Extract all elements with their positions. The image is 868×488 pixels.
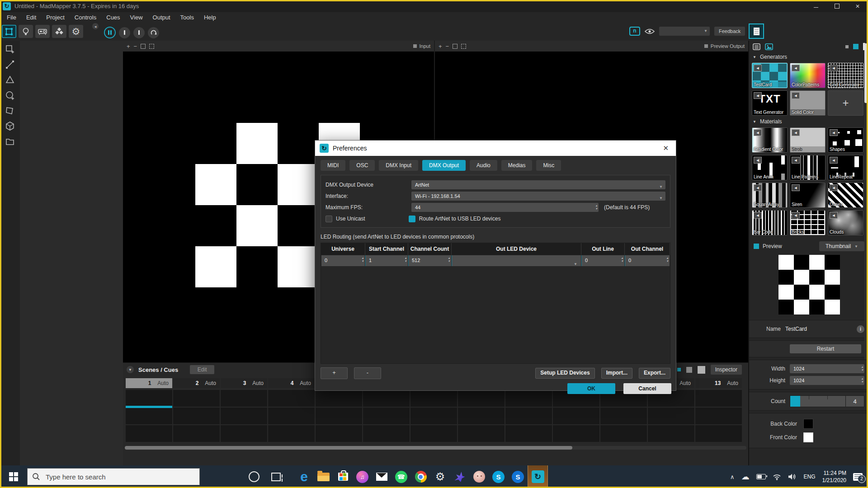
scenes-collapse-button[interactable]: ▼ [127, 366, 134, 373]
add-mask-icon[interactable] [5, 106, 15, 116]
scene-cell[interactable] [505, 425, 552, 442]
scrollbar-thumb[interactable] [125, 446, 572, 450]
route-cell-out-led-device[interactable]: ▼ [452, 255, 581, 266]
height-field[interactable]: 1024 ▴▾ [790, 376, 864, 385]
selection-mode-icon[interactable] [461, 44, 466, 49]
dmx-output-device-dropdown[interactable]: ArtNet ▼ [411, 180, 665, 189]
scene-column-1[interactable]: 1Auto [126, 378, 172, 388]
inspector-button[interactable]: Inspector [711, 365, 742, 375]
generator-tile-text-generator[interactable]: ◀TXTText Generator [752, 90, 788, 116]
scene-cell[interactable] [695, 390, 742, 407]
menu-file[interactable]: File [2, 14, 21, 21]
cell-size-large-icon[interactable] [698, 366, 705, 374]
3d-object-icon[interactable] [5, 121, 15, 131]
scene-cell[interactable] [600, 425, 647, 442]
spinner-icon[interactable]: ▴▾ [595, 204, 597, 210]
info-icon[interactable]: i [857, 325, 864, 333]
back-arrow-icon[interactable]: ◀ [754, 129, 762, 136]
speaker-icon[interactable] [788, 473, 797, 480]
zoom-in-icon[interactable]: + [439, 43, 442, 49]
count-slider[interactable]: 4 [790, 395, 864, 407]
pause-button[interactable] [104, 27, 116, 38]
fit-view-icon[interactable] [141, 44, 146, 49]
scene-cell[interactable] [268, 390, 315, 407]
generator-tile-solid-color[interactable]: ◀Solid Color [790, 90, 826, 116]
add-generator-tile[interactable]: + [828, 90, 863, 116]
scenes-tool-button[interactable] [52, 25, 66, 38]
menu-output[interactable]: Output [148, 14, 175, 21]
thumbnail-view-icon[interactable] [765, 43, 773, 50]
output-preset-dropdown[interactable]: ▼ [659, 27, 710, 36]
taskbar-store[interactable] [333, 465, 353, 488]
taskbar-twitter[interactable] [450, 465, 469, 488]
preview-enabled-icon[interactable] [754, 244, 759, 249]
menu-tools[interactable]: Tools [175, 14, 199, 21]
task-view-icon[interactable] [271, 473, 281, 481]
zoom-in-icon[interactable]: + [127, 43, 130, 49]
scene-cell[interactable] [126, 408, 172, 424]
route-cell-channel-count[interactable]: 512▴▾ [408, 255, 451, 266]
front-color-swatch[interactable] [803, 432, 813, 442]
maximum-fps-field[interactable]: 44 ▴▾ [411, 203, 599, 212]
taskbar-edge[interactable]: e [294, 465, 314, 488]
taskbar-madmapper-active[interactable]: ↻ [528, 465, 548, 488]
minimize-button[interactable] [806, 0, 826, 12]
search-input[interactable] [45, 473, 173, 481]
spinner-icon[interactable]: ▴▾ [861, 377, 863, 383]
menu-view[interactable]: View [125, 14, 148, 21]
generators-section-header[interactable]: ▼ Generators [749, 52, 868, 61]
material-tile-siren[interactable]: ◀Siren [790, 183, 826, 208]
spinner-icon[interactable]: ▴▾ [362, 256, 363, 263]
scene-column-4[interactable]: 4Auto [268, 378, 315, 388]
taskbar-mail[interactable] [372, 465, 392, 488]
taskbar-skype-business[interactable]: S [508, 465, 528, 488]
cell-size-small-icon[interactable] [677, 368, 681, 371]
scene-cell[interactable] [316, 425, 362, 442]
back-arrow-icon[interactable]: ◀ [792, 129, 800, 136]
pref-tab-dmx-output[interactable]: DMX Output [422, 160, 466, 171]
scene-cell[interactable] [410, 425, 457, 442]
scene-cell[interactable] [221, 425, 267, 442]
add-group-icon[interactable] [5, 136, 15, 146]
add-route-button[interactable]: + [321, 367, 348, 379]
scrollbar-thumb[interactable] [864, 43, 868, 103]
cell-size-medium-icon[interactable] [686, 367, 692, 373]
back-arrow-icon[interactable]: ◀ [830, 129, 838, 136]
spinner-icon[interactable]: ▴▾ [861, 365, 863, 371]
menu-cues[interactable]: Cues [101, 14, 125, 21]
taskbar-chrome[interactable] [411, 465, 430, 488]
back-arrow-icon[interactable]: ◀ [792, 157, 800, 164]
scene-cell[interactable] [410, 408, 457, 424]
material-tile-shapes[interactable]: ◀Shapes [828, 127, 863, 153]
taskbar-skype[interactable]: S [489, 465, 508, 488]
route-cell-universe[interactable]: 0▴▾ [321, 255, 365, 266]
scene-cell[interactable] [458, 425, 505, 442]
scene-cell[interactable] [505, 408, 552, 424]
cancel-button[interactable]: Cancel [623, 383, 671, 394]
list-view-icon[interactable] [753, 43, 760, 50]
materials-section-header[interactable]: ▼ Materials [749, 117, 868, 126]
scene-cell[interactable] [221, 390, 267, 407]
scene-cell[interactable] [553, 425, 599, 442]
wifi-icon[interactable] [773, 474, 781, 480]
route-cell-out-channel[interactable]: 0▴▾ [625, 255, 670, 266]
pref-tab-midi[interactable]: MIDI [321, 160, 345, 171]
back-arrow-icon[interactable]: ◀ [754, 212, 762, 219]
scene-cell[interactable] [458, 408, 505, 424]
tray-chevron-icon[interactable]: ∧ [730, 474, 735, 480]
taskbar-search[interactable] [27, 468, 200, 485]
material-tile-strob[interactable]: ◀Strob [790, 127, 826, 153]
menu-help[interactable]: Help [199, 14, 221, 21]
pref-tab-audio[interactable]: Audio [470, 160, 497, 171]
add-line-icon[interactable] [5, 60, 15, 70]
back-arrow-icon[interactable]: ◀ [830, 212, 838, 219]
scene-cell[interactable] [648, 408, 694, 424]
scene-cell[interactable] [268, 425, 315, 442]
ok-button[interactable]: OK [567, 383, 615, 394]
material-tile-squarearray[interactable]: ◀SquareArray [752, 183, 788, 208]
scene-column-3[interactable]: 3Auto [221, 378, 267, 388]
spinner-icon[interactable]: ▴▾ [448, 256, 450, 263]
material-tile-linerepeat[interactable]: ◀LineRepeat [828, 155, 863, 180]
scenes-edit-button[interactable]: Edit [190, 365, 214, 374]
back-arrow-icon[interactable]: ◀ [754, 157, 762, 164]
